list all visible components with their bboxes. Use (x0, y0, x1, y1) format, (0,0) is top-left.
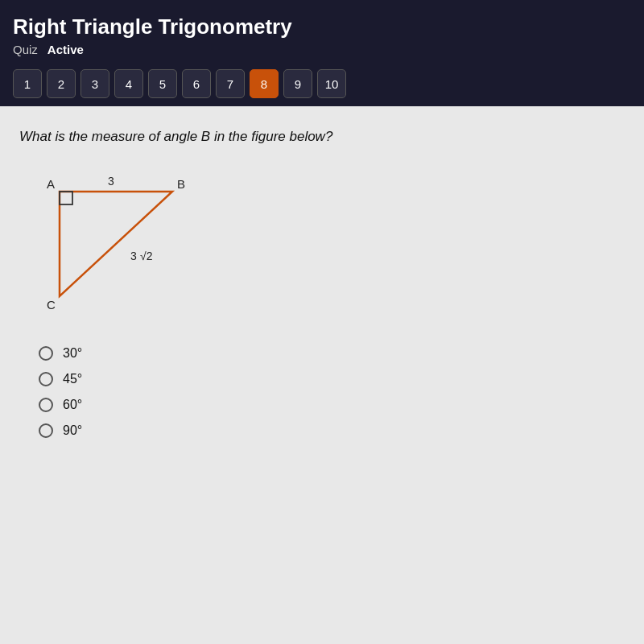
page-title: Right Triangle Trigonometry (13, 14, 631, 39)
nav-btn-2[interactable]: 2 (47, 69, 76, 98)
quiz-status-row: Quiz Active (13, 43, 631, 56)
nav-btn-3[interactable]: 3 (80, 69, 109, 98)
answer-label-30: 30° (63, 346, 82, 361)
header: Right Triangle Trigonometry Quiz Active (0, 0, 644, 69)
svg-marker-0 (60, 192, 172, 296)
nav-btn-4[interactable]: 4 (114, 69, 143, 98)
answer-option-1[interactable]: 30° (39, 346, 625, 361)
answer-label-90: 90° (63, 423, 82, 438)
nav-btn-9[interactable]: 9 (283, 69, 312, 98)
radio-60[interactable] (39, 398, 53, 412)
nav-btn-8[interactable]: 8 (250, 69, 279, 98)
svg-rect-1 (60, 192, 72, 204)
content-area: What is the measure of angle B in the fi… (0, 106, 644, 644)
side-ab-label: 3 (108, 175, 114, 188)
answers: 30° 45° 60° 90° (19, 346, 625, 438)
answer-option-3[interactable]: 60° (39, 398, 625, 412)
nav-btn-6[interactable]: 6 (182, 69, 211, 98)
answer-option-2[interactable]: 45° (39, 372, 625, 386)
radio-45[interactable] (39, 372, 53, 386)
triangle-figure: A B C 3 3 √2 (35, 167, 213, 320)
figure-area: A B C 3 3 √2 (19, 167, 625, 320)
radio-90[interactable] (39, 423, 53, 438)
answer-label-60: 60° (63, 398, 82, 412)
nav-btn-10[interactable]: 10 (317, 69, 346, 98)
question-nav: 12345678910 (0, 69, 644, 106)
svg-text:√2: √2 (140, 250, 153, 262)
vertex-b-label: B (177, 177, 185, 191)
active-badge: Active (47, 43, 84, 56)
nav-btn-5[interactable]: 5 (148, 69, 177, 98)
radio-30[interactable] (39, 346, 53, 361)
answer-option-4[interactable]: 90° (39, 423, 625, 438)
vertex-c-label: C (47, 298, 56, 312)
question-text: What is the measure of angle B in the fi… (19, 129, 625, 145)
vertex-a-label: A (47, 177, 55, 191)
side-bc-label: 3 (130, 250, 137, 262)
quiz-label: Quiz (13, 43, 38, 56)
nav-btn-7[interactable]: 7 (216, 69, 245, 98)
nav-btn-1[interactable]: 1 (13, 69, 42, 98)
answer-label-45: 45° (63, 372, 82, 386)
